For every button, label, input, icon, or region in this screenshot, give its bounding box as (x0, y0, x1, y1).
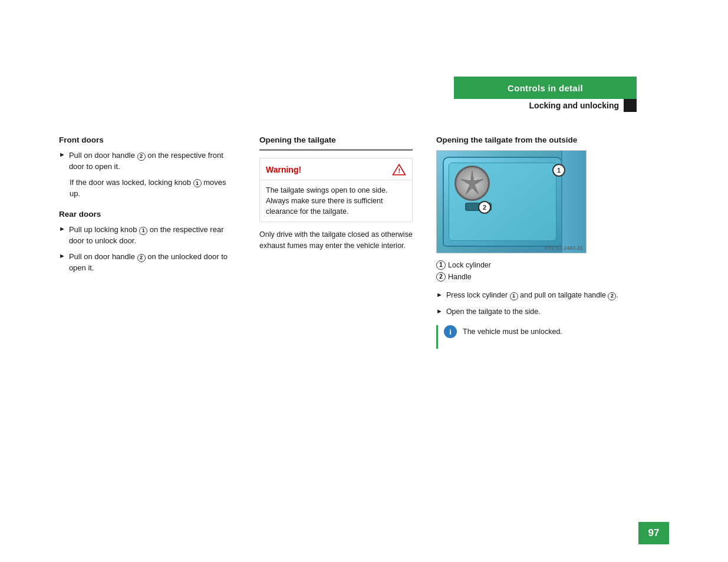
info-bar (436, 325, 438, 349)
rear-instruction-1: ► Pull up locking knob 1 on the respecti… (59, 224, 236, 247)
arrow-icon-3: ► (59, 252, 65, 259)
right-frame (561, 151, 586, 253)
front-sub-instruction: If the door was locked, locking knob 1 m… (70, 177, 236, 200)
middle-column: Opening the tailgate Warning! ! The tail… (259, 135, 413, 515)
section-divider (259, 149, 413, 151)
legend-item-1: 1 Lock cylinder (436, 259, 669, 271)
right-instruction-1: ► Press lock cylinder 1 and pull on tail… (436, 290, 669, 300)
right-column: Opening the tailgate from the outside 1 … (436, 135, 669, 515)
subheader: Locking and unlocking (454, 99, 637, 112)
image-reference: P72-12-2460-31 (545, 245, 583, 251)
front-instruction-text-1: Pull on door handle 2 on the respective … (69, 150, 236, 173)
front-instruction-1: ► Pull on door handle 2 on the respectiv… (59, 150, 236, 173)
num-circle-2c: 2 (608, 292, 616, 300)
num-circle-2b: 2 (137, 254, 146, 262)
rear-instruction-2: ► Pull on door handle 2 on the unlocked … (59, 252, 236, 274)
page-number: 97 (638, 522, 669, 544)
arrow-icon-2: ► (59, 225, 65, 232)
legend-num-1: 1 (436, 260, 446, 270)
warning-header: Warning! ! (260, 158, 412, 180)
right-section-title: Opening the tailgate from the outside (436, 135, 669, 144)
subheader-square-icon (624, 99, 637, 112)
legend-item-2: 2 Handle (436, 271, 669, 283)
front-doors-title: Front doors (59, 135, 236, 144)
right-instruction-text-2: Open the tailgate to the side. (446, 306, 541, 317)
warning-triangle-icon: ! (392, 163, 406, 176)
num-circle-1c: 1 (510, 292, 518, 300)
section-title: Controls in detail (508, 83, 583, 93)
secondary-warning-text: Only drive with the tailgate closed as o… (259, 229, 413, 250)
num-circle-1b: 1 (139, 227, 147, 235)
right-instruction-2: ► Open the tailgate to the side. (436, 306, 669, 317)
mb-logo (454, 166, 490, 201)
rear-instruction-text-2: Pull on door handle 2 on the unlocked do… (69, 252, 236, 274)
legend-items: 1 Lock cylinder 2 Handle (436, 259, 669, 283)
page-number-text: 97 (648, 527, 660, 539)
warning-label: Warning! (266, 165, 301, 174)
legend-label-1: Lock cylinder (448, 259, 491, 271)
info-icon: i (444, 325, 457, 338)
arrow-icon-4: ► (436, 290, 443, 300)
callout-2: 2 (478, 201, 491, 214)
info-text: The vehicle must be unlocked. (463, 325, 562, 337)
opening-tailgate-title: Opening the tailgate (259, 135, 413, 144)
subsection-title: Locking and unlocking (529, 101, 619, 110)
rear-doors-section: Rear doors ► Pull up locking knob 1 on t… (59, 210, 236, 273)
rear-doors-title: Rear doors (59, 210, 236, 219)
num-circle-2a: 2 (137, 153, 146, 161)
legend-label-2: Handle (448, 271, 472, 283)
tailgate-image: 1 2 P72-12-2460-31 (436, 150, 587, 253)
left-column: Front doors ► Pull on door handle 2 on t… (59, 135, 236, 515)
mb-star-svg (456, 167, 488, 199)
arrow-icon-1: ► (59, 151, 65, 158)
arrow-icon-5: ► (436, 307, 443, 316)
section-header-bar: Controls in detail (454, 77, 637, 99)
main-content: Front doors ► Pull on door handle 2 on t… (59, 135, 669, 515)
info-box: i The vehicle must be unlocked. (436, 325, 669, 349)
num-circle-1a: 1 (193, 179, 202, 187)
callout-1: 1 (552, 164, 565, 177)
rear-instruction-text-1: Pull up locking knob 1 on the respective… (69, 224, 236, 247)
svg-marker-2 (461, 171, 483, 194)
right-instruction-text-1: Press lock cylinder 1 and pull on tail­g… (446, 290, 618, 300)
legend-num-2: 2 (436, 272, 446, 282)
warning-box: Warning! ! The tailgate swings open to o… (259, 158, 413, 222)
svg-text:!: ! (398, 167, 400, 174)
warning-body-text: The tailgate swings open to one side. Al… (260, 180, 412, 222)
